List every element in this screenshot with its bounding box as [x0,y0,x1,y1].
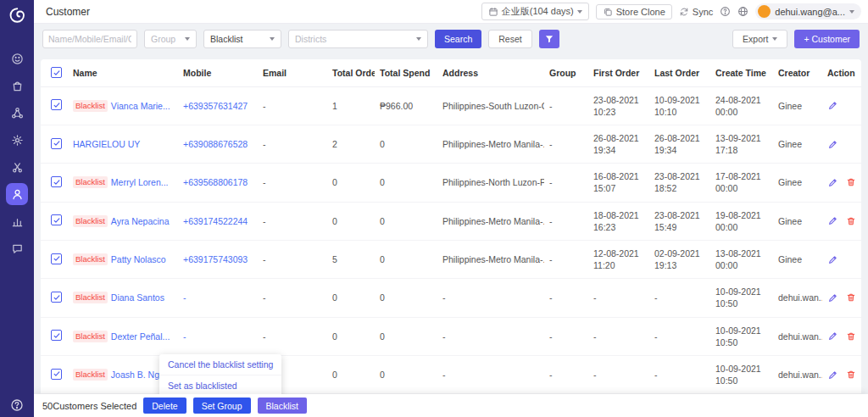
edit-icon[interactable] [827,370,838,381]
row-checkbox[interactable] [51,214,62,225]
sidebar-item-customer[interactable] [6,183,28,205]
delete-icon[interactable] [846,370,856,380]
filter-bar: Group Blacklist Districts Search Reset E… [34,24,868,54]
customer-name-link[interactable]: Merryl Loren... [111,177,169,187]
edit-icon[interactable] [827,292,838,303]
reset-button[interactable]: Reset [488,30,531,48]
create-time: 24-08-2021 00:00 [710,86,773,125]
column-header: Create Time [710,59,773,86]
sidebar-item-settings[interactable] [6,129,28,151]
select-all-checkbox[interactable] [51,67,62,78]
blacklist-button[interactable]: Blacklist [258,398,308,414]
row-checkbox[interactable] [51,292,62,303]
column-header: Mobile [178,59,258,86]
create-time: 10-09-2021 10:50 [710,317,773,355]
add-customer-button[interactable]: + Customer [794,30,860,48]
column-header: Creator [773,59,822,86]
sidebar-item-chat[interactable] [6,237,28,259]
plan-selector[interactable]: 企业版(104 days) [481,3,589,20]
customer-mobile-link[interactable]: +639174522244 [183,216,248,226]
sidebar-item-analytics[interactable] [6,210,28,232]
customer-group: - [544,355,588,393]
page-title: Customer [46,6,90,18]
delete-icon[interactable] [846,216,856,226]
calendar-icon [488,7,498,17]
table-row: HARGIELOU UY +639088676528 - 2 0 Philipp… [41,125,861,163]
ginee-logo-icon[interactable] [7,5,27,25]
customer-mobile-link[interactable]: +639175743093 [183,254,248,264]
total-spend: 0 [375,240,437,278]
row-checkbox[interactable] [51,138,62,149]
question-icon[interactable] [720,6,731,17]
delete-button[interactable]: Delete [143,398,186,414]
sidebar-item-channels[interactable] [6,102,28,124]
store-clone-button[interactable]: Store Clone [596,4,672,19]
customer-address: Philippines-North Luzon-P... [437,164,544,202]
customer-address: - [437,279,544,317]
first-order-time: - [588,279,649,317]
customer-mobile-link[interactable]: +639357631427 [183,101,248,111]
user-menu[interactable]: dehui.wang@a... [755,3,861,19]
creator: Ginee [773,240,822,278]
total-spend: 0 [375,202,437,240]
customer-mobile-link[interactable]: - [183,292,186,303]
customer-email: - [258,86,327,125]
edit-icon[interactable] [827,100,838,111]
blacklist-select-value: Blacklist [210,34,243,44]
delete-icon[interactable] [846,177,856,187]
sidebar-item-tools[interactable] [6,156,28,178]
delete-icon[interactable] [846,292,856,303]
customer-name-link[interactable]: Diana Santos [111,292,164,303]
edit-icon[interactable] [827,254,838,265]
table-row: BlacklistMerryl Loren... +639568806178 -… [41,164,861,202]
menu-item-cancel-blacklist[interactable]: Cancel the blacklist setting [159,354,281,375]
blacklist-select[interactable]: Blacklist [203,30,281,48]
menu-item-set-blacklisted[interactable]: Set as blacklisted [159,375,281,396]
export-button[interactable]: Export [732,30,787,48]
globe-icon[interactable] [737,6,748,17]
creator: Ginee [773,86,822,125]
selected-count: 50Customers Selected [42,401,136,411]
sidebar-item-store[interactable] [6,75,28,97]
create-time: 13-09-2021 17:18 [710,125,773,163]
create-time: 19-08-2021 00:00 [710,202,773,240]
customer-name-link[interactable]: Ayra Nepacina [111,216,170,226]
sync-button[interactable]: Sync [679,7,713,17]
customer-name-link[interactable]: Vianca Marie... [111,101,170,111]
districts-select[interactable]: Districts [288,30,428,48]
edit-icon[interactable] [827,215,838,226]
customer-name-link[interactable]: Dexter Peñal... [111,331,170,342]
customer-name-link[interactable]: HARGIELOU UY [73,139,140,149]
customer-group: - [544,279,588,317]
customer-mobile-link[interactable]: - [183,331,186,342]
edit-icon[interactable] [827,139,838,150]
edit-icon[interactable] [827,331,838,342]
customer-mobile-link[interactable]: +639088676528 [183,139,248,149]
edit-icon[interactable] [827,177,838,188]
customer-name-link[interactable]: Patty Nolasco [111,254,166,264]
sidebar-item-home[interactable] [6,47,28,70]
column-header: Group [544,59,588,86]
customer-email: - [258,240,327,278]
row-checkbox[interactable] [51,253,62,264]
keyword-input[interactable] [42,30,137,48]
support-icon[interactable] [0,398,34,412]
customer-mobile-link[interactable]: +639568806178 [183,177,248,187]
set-group-button[interactable]: Set Group [193,398,251,414]
row-checkbox[interactable] [51,330,62,341]
delete-icon[interactable] [846,331,856,342]
customer-group: - [544,317,588,355]
filter-button[interactable] [539,30,559,48]
customer-name-link[interactable]: Joash B. Ng... [111,370,167,380]
row-checkbox[interactable] [51,176,62,187]
group-select[interactable]: Group [144,30,197,48]
row-checkbox[interactable] [51,369,62,380]
customer-email: - [258,125,327,163]
total-orders: 0 [327,202,375,240]
search-button[interactable]: Search [435,30,481,48]
topbar: Customer 企业版(104 days) Store Clone [34,0,868,24]
row-checkbox[interactable] [51,99,62,110]
customer-address: - [437,317,544,355]
last-order-time: 23-08-2021 18:52 [649,164,710,202]
blacklist-tag: Blacklist [73,292,108,303]
